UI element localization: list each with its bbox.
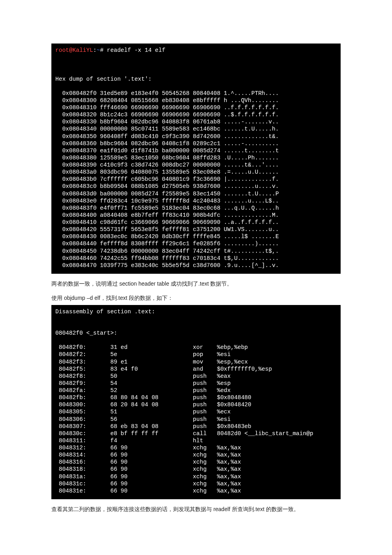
prompt-dir: ~ — [96, 47, 100, 53]
prompt-user: root@KaliYL — [55, 47, 93, 53]
start-label: 080482f0 <_start>: — [55, 330, 337, 337]
terminal-block-1: root@KaliYL:~# readelf -x 14 elf Hex dum… — [51, 44, 341, 274]
hexdump-header: Hex dump of section '.text': — [55, 76, 337, 83]
document-page: root@KaliYL:~# readelf -x 14 elf Hex dum… — [0, 0, 392, 540]
disassembly-header: Disassembly of section .text: — [55, 308, 337, 315]
disassembly-rows: 80482f0: 31 ed xor %ebp,%ebp 80482f2: 5e… — [55, 344, 313, 494]
command-text: readelf -x 14 elf — [107, 47, 166, 53]
hexdump-rows: 0x080482f0 31ed5e89 e183e4f0 50545268 80… — [55, 90, 279, 269]
terminal-block-2: Disassembly of section .text: 080482f0 <… — [51, 305, 341, 499]
paragraph-2: 使用 objdump –d elf，找到.text 段的数据，如下： — [51, 294, 341, 302]
paragraph-1: 两者的数据一致，说明通过 section header table 成功找到了.… — [51, 279, 341, 288]
paragraph-3: 查看其第二列的数据，按顺序连接这些数据的话，则发现其数据与 readelf 所查… — [51, 505, 341, 513]
